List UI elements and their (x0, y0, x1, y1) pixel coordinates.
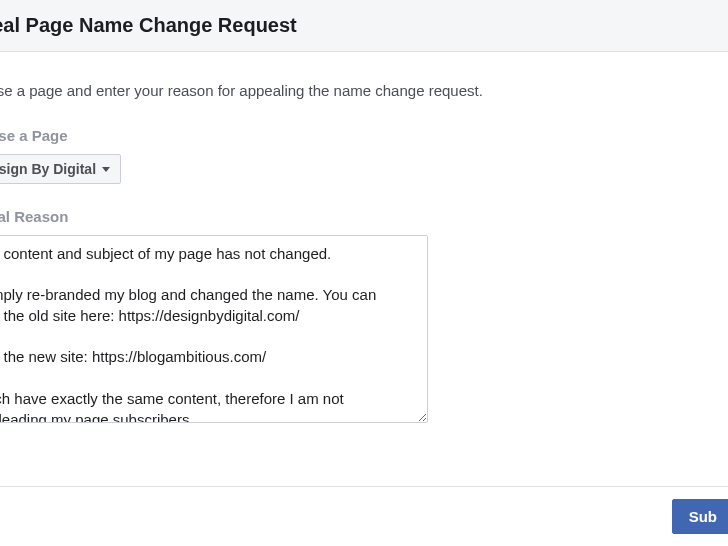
instructions-text: oose a page and enter your reason for ap… (0, 82, 728, 99)
submit-button[interactable]: Sub (672, 499, 728, 534)
page-title: peal Page Name Change Request (0, 14, 728, 37)
choose-page-label: oose a Page (0, 127, 728, 144)
header-bar: peal Page Name Change Request (0, 0, 728, 52)
page-select-dropdown[interactable]: esign By Digital (0, 154, 121, 184)
page-select-value: esign By Digital (0, 161, 96, 177)
appeal-reason-textarea[interactable]: e content and subject of my page has not… (0, 235, 428, 423)
appeal-reason-label: peal Reason (0, 208, 728, 225)
chevron-down-icon (102, 167, 110, 172)
content-area: oose a page and enter your reason for ap… (0, 52, 728, 427)
footer-bar: Sub (0, 486, 728, 546)
